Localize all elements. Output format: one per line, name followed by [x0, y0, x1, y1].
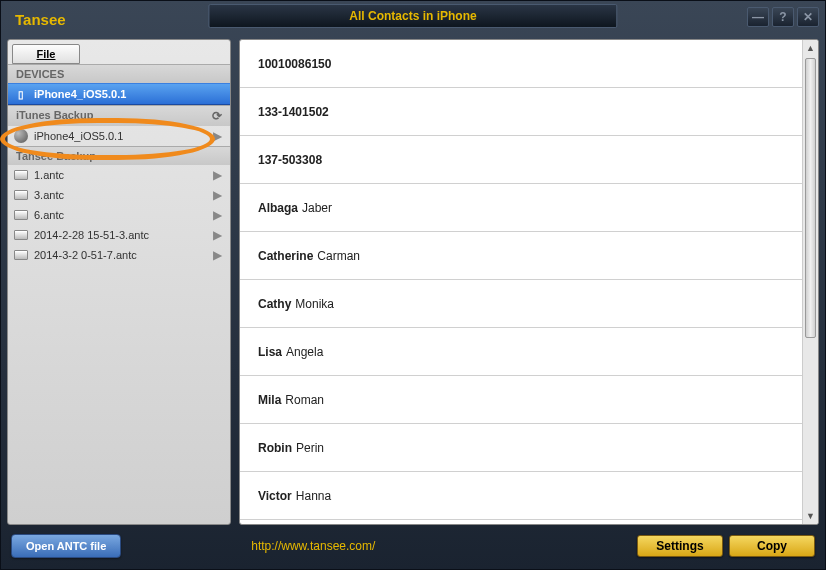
- scrollbar[interactable]: ▲ ▼: [802, 40, 818, 524]
- sidebar-item-label: 2014-2-28 15-51-3.antc: [34, 229, 213, 241]
- statusbar: Open ANTC file http://www.tansee.com/ Se…: [7, 529, 819, 563]
- section-label: iTunes Backup: [16, 109, 93, 123]
- contact-first-name: Lisa: [258, 345, 282, 359]
- contact-row[interactable]: 10010086150: [240, 40, 802, 88]
- contact-first-name: Albaga: [258, 201, 298, 215]
- sidebar-item-label: 3.antc: [34, 189, 213, 201]
- contact-first-name: Catherine: [258, 249, 313, 263]
- minimize-button[interactable]: —: [747, 7, 769, 27]
- sidebar-section-header: DEVICES: [8, 64, 230, 83]
- contact-first-name: 137-503308: [258, 153, 322, 167]
- scrollbar-thumb[interactable]: [805, 58, 816, 338]
- titlebar-title-pill: All Contacts in iPhone: [208, 4, 617, 28]
- main-area: File DEVICES▯iPhone4_iOS5.0.1iTunes Back…: [7, 39, 819, 525]
- chevron-right-icon: ▶: [213, 188, 222, 202]
- drive-icon: [14, 248, 28, 262]
- contact-list: 10010086150133-1401502137-503308AlbagaJa…: [240, 40, 802, 524]
- chevron-right-icon: ▶: [213, 248, 222, 262]
- sidebar-section-header: iTunes Backup⟳: [8, 105, 230, 126]
- contact-last-name: Carman: [317, 249, 360, 263]
- contact-first-name: 133-1401502: [258, 105, 329, 119]
- contact-row[interactable]: VictorHanna: [240, 472, 802, 520]
- open-antc-button[interactable]: Open ANTC file: [11, 534, 121, 558]
- contact-last-name: Monika: [295, 297, 334, 311]
- drive-icon: [14, 188, 28, 202]
- chevron-right-icon: ▶: [213, 168, 222, 182]
- phone-icon: ▯: [14, 87, 28, 101]
- contact-last-name: Hanna: [296, 489, 331, 503]
- contact-row[interactable]: 137-503308: [240, 136, 802, 184]
- contact-first-name: Cathy: [258, 297, 291, 311]
- sidebar-item[interactable]: 2014-3-2 0-51-7.antc▶: [8, 245, 230, 265]
- chevron-right-icon: ▶: [213, 228, 222, 242]
- sidebar-item[interactable]: 6.antc▶: [8, 205, 230, 225]
- window-title: All Contacts in iPhone: [349, 9, 476, 23]
- contact-row[interactable]: 133-1401502: [240, 88, 802, 136]
- sidebar-item[interactable]: iPhone4_iOS5.0.1▶: [8, 126, 230, 146]
- sidebar-item-label: iPhone4_iOS5.0.1: [34, 88, 222, 100]
- contact-first-name: 10010086150: [258, 57, 331, 71]
- contact-first-name: Mila: [258, 393, 281, 407]
- contact-last-name: Roman: [285, 393, 324, 407]
- help-button[interactable]: ?: [772, 7, 794, 27]
- contact-row[interactable]: MilaRoman: [240, 376, 802, 424]
- sidebar-item[interactable]: 1.antc▶: [8, 165, 230, 185]
- sidebar: File DEVICES▯iPhone4_iOS5.0.1iTunes Back…: [7, 39, 231, 525]
- titlebar-controls: — ? ✕: [747, 7, 819, 27]
- sidebar-item-label: 2014-3-2 0-51-7.antc: [34, 249, 213, 261]
- scroll-down-icon[interactable]: ▼: [803, 508, 818, 524]
- refresh-icon[interactable]: ⟳: [212, 109, 222, 123]
- drive-icon: [14, 208, 28, 222]
- app-window: Tansee All Contacts in iPhone — ? ✕ File…: [0, 0, 826, 570]
- settings-button[interactable]: Settings: [637, 535, 723, 557]
- sidebar-item-label: 6.antc: [34, 209, 213, 221]
- contact-row[interactable]: LisaAngela: [240, 328, 802, 376]
- contact-first-name: Robin: [258, 441, 292, 455]
- sidebar-item[interactable]: 3.antc▶: [8, 185, 230, 205]
- contact-last-name: Perin: [296, 441, 324, 455]
- sidebar-item[interactable]: 2014-2-28 15-51-3.antc▶: [8, 225, 230, 245]
- sidebar-item-label: 1.antc: [34, 169, 213, 181]
- chevron-right-icon: ▶: [213, 208, 222, 222]
- contact-first-name: Victor: [258, 489, 292, 503]
- contact-row[interactable]: AlbagaJaber: [240, 184, 802, 232]
- section-label: DEVICES: [16, 68, 64, 80]
- close-button[interactable]: ✕: [797, 7, 819, 27]
- contact-last-name: Angela: [286, 345, 323, 359]
- contact-row[interactable]: RobinPerin: [240, 424, 802, 472]
- drive-icon: [14, 228, 28, 242]
- backup-icon: [14, 129, 28, 143]
- contact-last-name: Jaber: [302, 201, 332, 215]
- scroll-up-icon[interactable]: ▲: [803, 40, 818, 56]
- sidebar-section-header: Tansee Backup: [8, 146, 230, 165]
- content-area: 10010086150133-1401502137-503308AlbagaJa…: [239, 39, 819, 525]
- file-menu[interactable]: File: [12, 44, 80, 64]
- chevron-right-icon: ▶: [213, 129, 222, 143]
- contact-row[interactable]: CathyMonika: [240, 280, 802, 328]
- drive-icon: [14, 168, 28, 182]
- copy-button[interactable]: Copy: [729, 535, 815, 557]
- contact-row[interactable]: CatherineCarman: [240, 232, 802, 280]
- url-link[interactable]: http://www.tansee.com/: [251, 539, 375, 553]
- app-name: Tansee: [15, 11, 66, 28]
- section-label: Tansee Backup: [16, 150, 96, 162]
- sidebar-item-label: iPhone4_iOS5.0.1: [34, 130, 213, 142]
- titlebar: Tansee All Contacts in iPhone — ? ✕: [1, 1, 825, 37]
- sidebar-item[interactable]: ▯iPhone4_iOS5.0.1: [8, 83, 230, 105]
